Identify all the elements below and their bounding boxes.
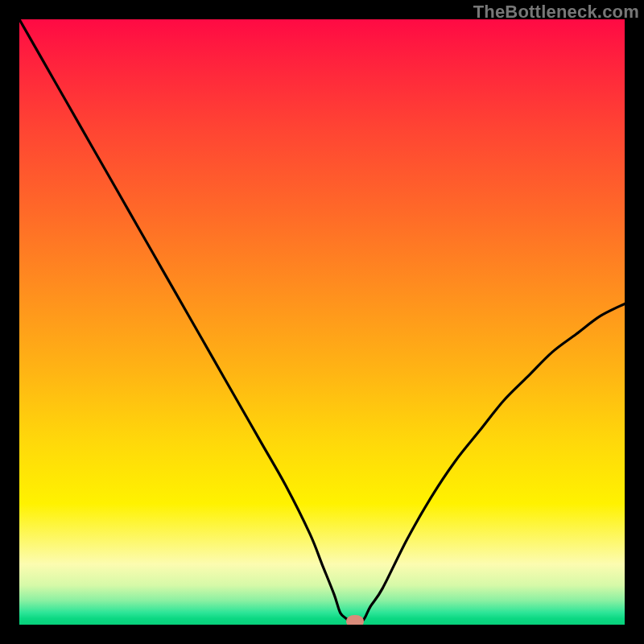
- bottleneck-curve: [19, 19, 625, 625]
- optimum-marker: [346, 615, 364, 625]
- plot-area: [19, 19, 625, 625]
- curve-line: [19, 19, 625, 625]
- chart-frame: TheBottleneck.com: [0, 0, 644, 644]
